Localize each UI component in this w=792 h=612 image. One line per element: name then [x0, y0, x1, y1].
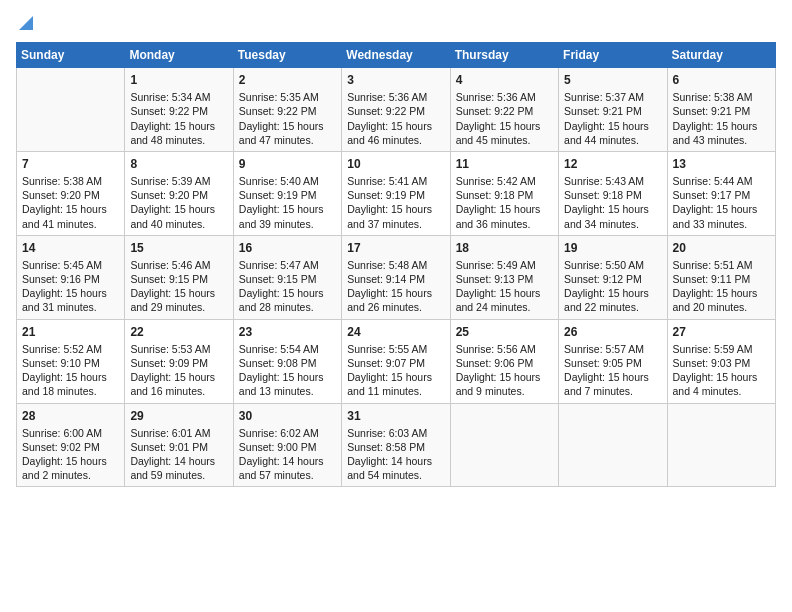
cell-content: Sunrise: 5:53 AMSunset: 9:09 PMDaylight:… [130, 342, 227, 399]
cell-content: Sunrise: 5:38 AMSunset: 9:21 PMDaylight:… [673, 90, 770, 147]
calendar-cell: 9Sunrise: 5:40 AMSunset: 9:19 PMDaylight… [233, 151, 341, 235]
calendar-cell: 20Sunrise: 5:51 AMSunset: 9:11 PMDayligh… [667, 235, 775, 319]
day-number: 5 [564, 72, 661, 88]
day-number: 30 [239, 408, 336, 424]
calendar-cell: 13Sunrise: 5:44 AMSunset: 9:17 PMDayligh… [667, 151, 775, 235]
cell-content: Sunrise: 5:49 AMSunset: 9:13 PMDaylight:… [456, 258, 553, 315]
day-number: 4 [456, 72, 553, 88]
calendar-week-4: 21Sunrise: 5:52 AMSunset: 9:10 PMDayligh… [17, 319, 776, 403]
calendar-cell: 11Sunrise: 5:42 AMSunset: 9:18 PMDayligh… [450, 151, 558, 235]
header-cell-monday: Monday [125, 43, 233, 68]
calendar-cell [450, 403, 558, 487]
cell-content: Sunrise: 5:37 AMSunset: 9:21 PMDaylight:… [564, 90, 661, 147]
cell-content: Sunrise: 5:36 AMSunset: 9:22 PMDaylight:… [456, 90, 553, 147]
day-number: 25 [456, 324, 553, 340]
header [16, 12, 776, 34]
calendar-week-5: 28Sunrise: 6:00 AMSunset: 9:02 PMDayligh… [17, 403, 776, 487]
header-cell-saturday: Saturday [667, 43, 775, 68]
calendar-cell: 1Sunrise: 5:34 AMSunset: 9:22 PMDaylight… [125, 68, 233, 152]
calendar-cell [17, 68, 125, 152]
calendar-cell: 21Sunrise: 5:52 AMSunset: 9:10 PMDayligh… [17, 319, 125, 403]
svg-marker-0 [19, 16, 33, 30]
cell-content: Sunrise: 5:43 AMSunset: 9:18 PMDaylight:… [564, 174, 661, 231]
cell-content: Sunrise: 5:47 AMSunset: 9:15 PMDaylight:… [239, 258, 336, 315]
cell-content: Sunrise: 6:02 AMSunset: 9:00 PMDaylight:… [239, 426, 336, 483]
calendar-cell: 24Sunrise: 5:55 AMSunset: 9:07 PMDayligh… [342, 319, 450, 403]
day-number: 18 [456, 240, 553, 256]
cell-content: Sunrise: 5:45 AMSunset: 9:16 PMDaylight:… [22, 258, 119, 315]
calendar-week-2: 7Sunrise: 5:38 AMSunset: 9:20 PMDaylight… [17, 151, 776, 235]
cell-content: Sunrise: 5:38 AMSunset: 9:20 PMDaylight:… [22, 174, 119, 231]
cell-content: Sunrise: 6:03 AMSunset: 8:58 PMDaylight:… [347, 426, 444, 483]
logo-triangle-icon [19, 12, 33, 34]
day-number: 12 [564, 156, 661, 172]
day-number: 2 [239, 72, 336, 88]
day-number: 1 [130, 72, 227, 88]
calendar-cell: 14Sunrise: 5:45 AMSunset: 9:16 PMDayligh… [17, 235, 125, 319]
cell-content: Sunrise: 5:50 AMSunset: 9:12 PMDaylight:… [564, 258, 661, 315]
day-number: 20 [673, 240, 770, 256]
header-cell-sunday: Sunday [17, 43, 125, 68]
calendar-cell: 15Sunrise: 5:46 AMSunset: 9:15 PMDayligh… [125, 235, 233, 319]
calendar-cell: 26Sunrise: 5:57 AMSunset: 9:05 PMDayligh… [559, 319, 667, 403]
calendar-cell [559, 403, 667, 487]
day-number: 26 [564, 324, 661, 340]
cell-content: Sunrise: 5:44 AMSunset: 9:17 PMDaylight:… [673, 174, 770, 231]
calendar-cell: 17Sunrise: 5:48 AMSunset: 9:14 PMDayligh… [342, 235, 450, 319]
day-number: 19 [564, 240, 661, 256]
calendar-cell: 3Sunrise: 5:36 AMSunset: 9:22 PMDaylight… [342, 68, 450, 152]
day-number: 24 [347, 324, 444, 340]
header-cell-thursday: Thursday [450, 43, 558, 68]
cell-content: Sunrise: 5:34 AMSunset: 9:22 PMDaylight:… [130, 90, 227, 147]
day-number: 23 [239, 324, 336, 340]
calendar-cell [667, 403, 775, 487]
day-number: 31 [347, 408, 444, 424]
calendar-cell: 6Sunrise: 5:38 AMSunset: 9:21 PMDaylight… [667, 68, 775, 152]
calendar-cell: 18Sunrise: 5:49 AMSunset: 9:13 PMDayligh… [450, 235, 558, 319]
day-number: 29 [130, 408, 227, 424]
calendar-cell: 25Sunrise: 5:56 AMSunset: 9:06 PMDayligh… [450, 319, 558, 403]
day-number: 28 [22, 408, 119, 424]
calendar-cell: 22Sunrise: 5:53 AMSunset: 9:09 PMDayligh… [125, 319, 233, 403]
cell-content: Sunrise: 5:42 AMSunset: 9:18 PMDaylight:… [456, 174, 553, 231]
calendar-cell: 23Sunrise: 5:54 AMSunset: 9:08 PMDayligh… [233, 319, 341, 403]
calendar-cell: 8Sunrise: 5:39 AMSunset: 9:20 PMDaylight… [125, 151, 233, 235]
calendar-cell: 7Sunrise: 5:38 AMSunset: 9:20 PMDaylight… [17, 151, 125, 235]
page: SundayMondayTuesdayWednesdayThursdayFrid… [0, 0, 792, 497]
cell-content: Sunrise: 5:52 AMSunset: 9:10 PMDaylight:… [22, 342, 119, 399]
calendar-cell: 10Sunrise: 5:41 AMSunset: 9:19 PMDayligh… [342, 151, 450, 235]
header-cell-friday: Friday [559, 43, 667, 68]
cell-content: Sunrise: 5:36 AMSunset: 9:22 PMDaylight:… [347, 90, 444, 147]
day-number: 8 [130, 156, 227, 172]
cell-content: Sunrise: 5:41 AMSunset: 9:19 PMDaylight:… [347, 174, 444, 231]
cell-content: Sunrise: 5:56 AMSunset: 9:06 PMDaylight:… [456, 342, 553, 399]
header-cell-tuesday: Tuesday [233, 43, 341, 68]
calendar-header-row: SundayMondayTuesdayWednesdayThursdayFrid… [17, 43, 776, 68]
day-number: 27 [673, 324, 770, 340]
cell-content: Sunrise: 5:35 AMSunset: 9:22 PMDaylight:… [239, 90, 336, 147]
cell-content: Sunrise: 5:39 AMSunset: 9:20 PMDaylight:… [130, 174, 227, 231]
logo [16, 12, 33, 34]
cell-content: Sunrise: 5:46 AMSunset: 9:15 PMDaylight:… [130, 258, 227, 315]
day-number: 11 [456, 156, 553, 172]
day-number: 9 [239, 156, 336, 172]
cell-content: Sunrise: 5:59 AMSunset: 9:03 PMDaylight:… [673, 342, 770, 399]
day-number: 17 [347, 240, 444, 256]
header-cell-wednesday: Wednesday [342, 43, 450, 68]
calendar-cell: 30Sunrise: 6:02 AMSunset: 9:00 PMDayligh… [233, 403, 341, 487]
day-number: 6 [673, 72, 770, 88]
calendar-week-1: 1Sunrise: 5:34 AMSunset: 9:22 PMDaylight… [17, 68, 776, 152]
day-number: 15 [130, 240, 227, 256]
day-number: 10 [347, 156, 444, 172]
calendar-cell: 2Sunrise: 5:35 AMSunset: 9:22 PMDaylight… [233, 68, 341, 152]
calendar-cell: 4Sunrise: 5:36 AMSunset: 9:22 PMDaylight… [450, 68, 558, 152]
cell-content: Sunrise: 6:01 AMSunset: 9:01 PMDaylight:… [130, 426, 227, 483]
day-number: 13 [673, 156, 770, 172]
cell-content: Sunrise: 6:00 AMSunset: 9:02 PMDaylight:… [22, 426, 119, 483]
cell-content: Sunrise: 5:57 AMSunset: 9:05 PMDaylight:… [564, 342, 661, 399]
calendar-cell: 5Sunrise: 5:37 AMSunset: 9:21 PMDaylight… [559, 68, 667, 152]
day-number: 14 [22, 240, 119, 256]
day-number: 16 [239, 240, 336, 256]
day-number: 3 [347, 72, 444, 88]
cell-content: Sunrise: 5:55 AMSunset: 9:07 PMDaylight:… [347, 342, 444, 399]
